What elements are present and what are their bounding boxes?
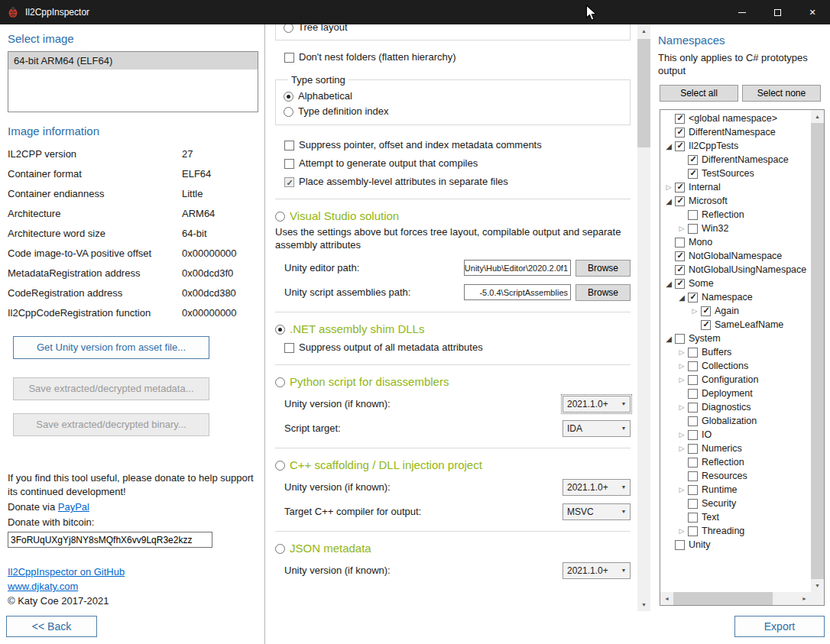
- dotnet-shim-dlls-radio[interactable]: .NET assembly shim DLLs: [275, 323, 631, 335]
- tree-vertical-scrollbar[interactable]: ▲ ▼: [811, 110, 824, 592]
- cpp-compiler-select[interactable]: MSVC ▼: [563, 503, 631, 520]
- scroll-down-icon[interactable]: ▼: [637, 598, 650, 611]
- expand-icon[interactable]: ▷: [676, 445, 688, 452]
- browse-editor-path-button[interactable]: Browse: [575, 260, 631, 277]
- type-definition-index-radio[interactable]: Type definition index: [284, 105, 622, 118]
- suppress-metadata-attributes-checkbox[interactable]: Suppress output of all metadata attribut…: [284, 341, 631, 354]
- namespace-checkbox[interactable]: [675, 183, 685, 193]
- namespace-checkbox[interactable]: [688, 471, 698, 481]
- scroll-down-icon[interactable]: ▼: [811, 579, 824, 592]
- namespace-checkbox[interactable]: [701, 320, 711, 330]
- namespace-tree-item[interactable]: ▷Runtime: [660, 483, 811, 497]
- minimize-button[interactable]: [725, 0, 760, 24]
- script-target-select[interactable]: IDA ▼: [563, 420, 631, 437]
- namespace-tree-item[interactable]: Text: [660, 510, 811, 524]
- namespace-checkbox[interactable]: [688, 375, 698, 385]
- namespace-checkbox[interactable]: [675, 141, 685, 151]
- cpp-unity-version-select[interactable]: 2021.1.0+ ▼: [563, 479, 631, 496]
- close-button[interactable]: ✕: [795, 0, 830, 24]
- image-list-item[interactable]: 64-bit ARM64 (ELF64): [8, 52, 258, 70]
- namespace-checkbox[interactable]: [675, 540, 685, 550]
- flatten-hierarchy-checkbox[interactable]: Don't nest folders (flatten hierarchy): [284, 51, 631, 63]
- namespace-tree-item[interactable]: SameLeafName: [660, 318, 811, 332]
- namespace-checkbox[interactable]: [675, 196, 685, 206]
- namespace-checkbox[interactable]: [675, 251, 685, 261]
- namespace-tree-item[interactable]: NotGlobalUsingNamespace: [660, 263, 811, 277]
- namespace-checkbox[interactable]: [688, 485, 698, 495]
- namespace-tree-item[interactable]: Globalization: [660, 414, 811, 428]
- namespace-tree-item[interactable]: ◢Il2CppTests: [660, 139, 811, 153]
- scroll-right-icon[interactable]: ►: [798, 592, 811, 605]
- tree-horizontal-scrollbar[interactable]: ◄ ►: [660, 592, 811, 605]
- namespace-checkbox[interactable]: [688, 416, 698, 426]
- scrollbar-thumb[interactable]: [637, 39, 650, 147]
- namespace-tree-item[interactable]: ◢Microsoft: [660, 194, 811, 208]
- namespace-checkbox[interactable]: [688, 499, 698, 509]
- namespace-tree-item[interactable]: ▷Diagnostics: [660, 400, 811, 414]
- select-none-button[interactable]: Select none: [742, 85, 821, 102]
- namespace-checkbox[interactable]: [688, 389, 698, 399]
- options-vertical-scrollbar[interactable]: ▲ ▼: [637, 24, 650, 611]
- python-script-radio[interactable]: Python script for disassemblers: [275, 376, 631, 388]
- paypal-link[interactable]: PayPal: [58, 501, 89, 513]
- export-button[interactable]: Export: [734, 616, 825, 637]
- unity-editor-path-input[interactable]: Files\Unity\Hub\Editor\2020.2.0f1: [464, 260, 571, 276]
- namespace-checkbox[interactable]: [688, 513, 698, 523]
- save-binary-button[interactable]: Save extracted/decrypted binary...: [13, 413, 209, 436]
- bitcoin-address-input[interactable]: [8, 532, 212, 548]
- website-link[interactable]: www.djkaty.com: [8, 581, 78, 592]
- namespace-tree-item[interactable]: ▷Win32: [660, 222, 811, 235]
- cpp-scaffolding-radio[interactable]: C++ scaffolding / DLL injection project: [275, 459, 631, 471]
- namespace-tree-item[interactable]: ▷Collections: [660, 359, 811, 373]
- collapse-icon[interactable]: ◢: [676, 293, 688, 302]
- suppress-comments-checkbox[interactable]: Suppress pointer, offset and index metad…: [284, 139, 631, 151]
- visual-studio-solution-radio[interactable]: Visual Studio solution: [275, 210, 631, 222]
- scrollbar-thumb[interactable]: [673, 592, 773, 605]
- image-listbox[interactable]: 64-bit ARM64 (ELF64): [8, 51, 258, 112]
- expand-icon[interactable]: ▷: [676, 431, 688, 439]
- namespace-tree-item[interactable]: ▷Threading: [660, 524, 811, 538]
- expand-icon[interactable]: ▷: [676, 527, 688, 535]
- collapse-icon[interactable]: ◢: [663, 335, 675, 343]
- alphabetical-radio[interactable]: Alphabetical: [284, 90, 622, 102]
- namespace-tree-item[interactable]: Mono: [660, 235, 811, 249]
- maximize-button[interactable]: [760, 0, 795, 24]
- json-unity-version-select[interactable]: 2021.1.0+ ▼: [563, 562, 631, 579]
- namespace-checkbox[interactable]: [688, 210, 698, 220]
- namespace-checkbox[interactable]: [688, 458, 698, 468]
- namespace-tree-item[interactable]: ◢System: [660, 332, 811, 345]
- namespace-tree-item[interactable]: Resources: [660, 469, 811, 483]
- namespace-checkbox[interactable]: [675, 279, 685, 289]
- scroll-up-icon[interactable]: ▲: [811, 110, 824, 123]
- scroll-left-icon[interactable]: ◄: [660, 592, 673, 605]
- get-unity-version-button[interactable]: Get Unity version from asset file...: [13, 336, 209, 359]
- scrollbar-thumb[interactable]: [811, 123, 824, 579]
- namespace-tree-item[interactable]: Deployment: [660, 387, 811, 400]
- namespace-checkbox[interactable]: [688, 361, 698, 371]
- namespace-tree-item[interactable]: DifferentNamespace: [660, 125, 811, 139]
- namespace-checkbox[interactable]: [688, 293, 698, 303]
- namespace-checkbox[interactable]: [675, 114, 685, 124]
- python-unity-version-select[interactable]: 2021.1.0+ ▼: [563, 396, 631, 413]
- namespace-tree-item[interactable]: ▷Internal: [660, 180, 811, 194]
- namespace-tree-item[interactable]: ▷Configuration: [660, 373, 811, 387]
- expand-icon[interactable]: ▷: [689, 307, 701, 315]
- namespace-checkbox[interactable]: [675, 238, 685, 248]
- namespace-tree-item[interactable]: DifferentNamespace: [660, 153, 811, 167]
- namespace-tree-item[interactable]: ▷Buffers: [660, 345, 811, 359]
- namespace-checkbox[interactable]: [688, 403, 698, 413]
- expand-icon[interactable]: ▷: [676, 403, 688, 411]
- namespace-checkbox[interactable]: [675, 334, 685, 344]
- expand-icon[interactable]: ▷: [676, 225, 688, 232]
- expand-icon[interactable]: ▷: [676, 376, 688, 383]
- namespace-tree-item[interactable]: TestSources: [660, 167, 811, 180]
- browse-assemblies-path-button[interactable]: Browse: [575, 284, 631, 301]
- namespace-checkbox[interactable]: [688, 526, 698, 536]
- namespace-checkbox[interactable]: [688, 430, 698, 440]
- github-link[interactable]: Il2CppInspector on GitHub: [8, 566, 125, 578]
- save-metadata-button[interactable]: Save extracted/decrypted metadata...: [13, 377, 209, 400]
- collapse-icon[interactable]: ◢: [663, 280, 675, 288]
- namespace-checkbox[interactable]: [688, 155, 698, 165]
- namespace-checkbox[interactable]: [688, 444, 698, 454]
- script-assemblies-path-input[interactable]: -5.0.4\ScriptAssemblies: [464, 284, 571, 300]
